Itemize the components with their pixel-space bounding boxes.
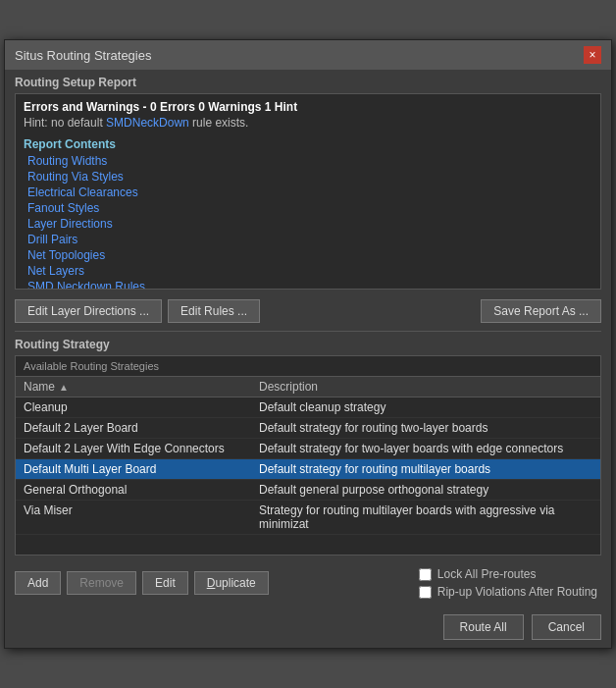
strategy-row[interactable]: Cleanup Default cleanup strategy xyxy=(16,397,600,418)
report-item[interactable]: Electrical Clearances xyxy=(24,185,592,200)
report-item[interactable]: Drill Pairs xyxy=(24,232,592,247)
edit-button[interactable]: Edit xyxy=(142,571,188,595)
col-desc-header: Description xyxy=(259,380,592,394)
report-contents-title: Report Contents xyxy=(24,137,592,151)
ripup-violations-row: Rip-up Violations After Routing xyxy=(419,585,597,599)
strategy-row[interactable]: Default 2 Layer Board Default strategy f… xyxy=(16,418,600,439)
errors-line: Errors and Warnings - 0 Errors 0 Warning… xyxy=(24,100,592,114)
dialog-title: Situs Routing Strategies xyxy=(15,48,151,63)
lock-pre-routes-checkbox[interactable] xyxy=(419,568,432,581)
hint-prefix: Hint: no default xyxy=(24,116,106,130)
lock-pre-routes-row: Lock All Pre-routes xyxy=(419,567,597,581)
strategy-name: Default 2 Layer Board xyxy=(24,420,259,436)
bottom-area: Add Remove Edit Duplicate Lock All Pre-r… xyxy=(5,561,611,609)
hint-line: Hint: no default SMDNeckDown rule exists… xyxy=(24,116,592,130)
report-area: Errors and Warnings - 0 Errors 0 Warning… xyxy=(15,93,601,290)
strategy-row[interactable]: Default 2 Layer With Edge Connectors Def… xyxy=(16,439,600,459)
checkboxes: Lock All Pre-routes Rip-up Violations Af… xyxy=(419,567,601,599)
report-items-list: Routing Widths Routing Via Styles Electr… xyxy=(24,153,592,290)
remove-button[interactable]: Remove xyxy=(67,571,136,595)
duplicate-button[interactable]: Duplicate xyxy=(194,571,269,595)
report-buttons-row: Edit Layer Directions ... Edit Rules ...… xyxy=(5,295,611,331)
ripup-violations-label: Rip-up Violations After Routing xyxy=(437,585,597,599)
strategy-desc: Strategy for routing multilayer boards w… xyxy=(259,503,592,532)
strategy-desc: Default strategy for two-layer boards wi… xyxy=(259,441,592,456)
strategy-name: Via Miser xyxy=(24,503,259,532)
report-item[interactable]: Net Topologies xyxy=(24,247,592,263)
routing-strategy-label: Routing Strategy xyxy=(5,332,611,355)
smd-neckdown-link[interactable]: SMDNeckDown xyxy=(106,116,189,130)
strategy-name: Default Multi Layer Board xyxy=(24,461,259,477)
bottom-buttons-row: Add Remove Edit Duplicate Lock All Pre-r… xyxy=(15,567,601,599)
strategies-column-header: Name ▲ Description xyxy=(16,377,600,397)
report-item[interactable]: Layer Directions xyxy=(24,216,592,232)
report-item[interactable]: Routing Widths xyxy=(24,153,592,169)
edit-rules-button[interactable]: Edit Rules ... xyxy=(168,299,260,323)
strategy-desc: Default strategy for routing two-layer b… xyxy=(259,420,592,436)
title-bar: Situs Routing Strategies × xyxy=(5,40,611,70)
lock-pre-routes-label: Lock All Pre-routes xyxy=(437,567,537,581)
hint-suffix: rule exists. xyxy=(189,116,249,130)
sort-arrow-icon: ▲ xyxy=(59,382,69,393)
routing-setup-report-label: Routing Setup Report xyxy=(5,70,611,93)
report-item[interactable]: Net Layers xyxy=(24,263,592,279)
save-report-button[interactable]: Save Report As ... xyxy=(481,299,601,323)
strategy-row[interactable]: General Orthogonal Default general purpo… xyxy=(16,480,600,501)
strategies-area: Available Routing Strategies Name ▲ Desc… xyxy=(15,355,601,556)
strategy-name: General Orthogonal xyxy=(24,482,259,498)
report-item[interactable]: Fanout Styles xyxy=(24,200,592,216)
strategy-desc: Default cleanup strategy xyxy=(259,399,592,415)
col-name-header: Name ▲ xyxy=(24,380,259,394)
route-all-button[interactable]: Route All xyxy=(443,614,524,640)
close-button[interactable]: × xyxy=(584,46,601,64)
strategy-row[interactable]: Via Miser Strategy for routing multilaye… xyxy=(16,501,600,535)
report-item[interactable]: SMD Neckdown Rules xyxy=(24,279,592,290)
cancel-button[interactable]: Cancel xyxy=(532,614,601,640)
strategy-desc: Default general purpose orthogonal strat… xyxy=(259,482,592,498)
add-button[interactable]: Add xyxy=(15,571,61,595)
strategy-row-selected[interactable]: Default Multi Layer Board Default strate… xyxy=(16,459,600,480)
edit-layer-directions-button[interactable]: Edit Layer Directions ... xyxy=(15,299,162,323)
report-item[interactable]: Routing Via Styles xyxy=(24,169,592,185)
strategy-name: Default 2 Layer With Edge Connectors xyxy=(24,441,259,456)
strategy-desc: Default strategy for routing multilayer … xyxy=(259,461,592,477)
strategies-rows: Cleanup Default cleanup strategy Default… xyxy=(16,397,600,555)
dialog: Situs Routing Strategies × Routing Setup… xyxy=(4,39,612,649)
available-strategies-header: Available Routing Strategies xyxy=(16,356,600,377)
ripup-violations-checkbox[interactable] xyxy=(419,586,432,599)
strategy-name: Cleanup xyxy=(24,399,259,415)
final-buttons-row: Route All Cancel xyxy=(5,609,611,648)
